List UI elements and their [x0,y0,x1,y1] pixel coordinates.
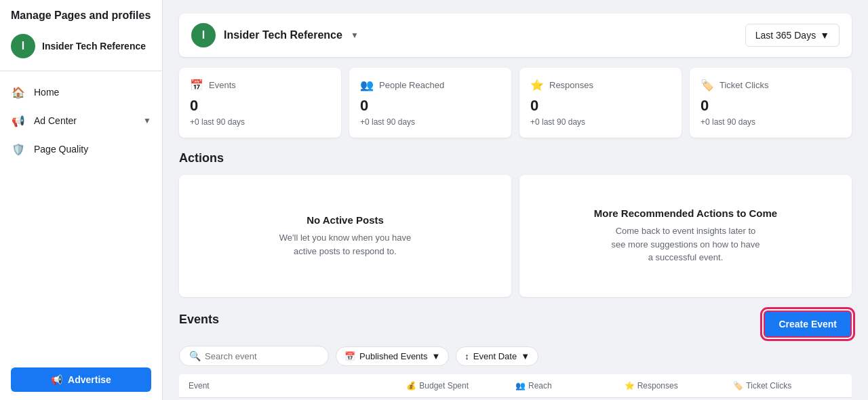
stat-card-people-reached: 👥 People Reached 0 +0 last 90 days [349,68,511,138]
action-card-desc: We'll let you know when you have active … [271,231,420,258]
stat-value: 0 [360,97,500,115]
event-date-icon: ↕ [465,351,469,361]
sidebar-item-ad-center[interactable]: 📢 Ad Center ▼ [0,106,162,135]
profile-name: Insider Tech Reference [42,41,146,52]
table-col-label: Event [189,381,210,391]
budget-spent-icon: 💰 [406,381,416,391]
table-header-ticket-clicks: 🏷️ Ticket Clicks [733,381,842,391]
action-card-title: More Recommended Actions to Come [594,207,777,219]
people-reached-icon: 👥 [360,79,374,92]
table-col-label: Ticket Clicks [746,381,791,391]
page-name-chevron-icon[interactable]: ▼ [351,31,359,40]
ticket-clicks-icon: 🏷️ [733,381,743,391]
table-col-label: Budget Spent [419,381,469,391]
stat-card-events: 📅 Events 0 +0 last 90 days [179,68,341,138]
table-header-responses: ⭐ Responses [625,381,734,391]
table-header-budget-spent: 💰 Budget Spent [406,381,515,391]
chevron-down-icon: ▼ [143,116,151,125]
filter-label: Published Events [359,351,427,361]
action-card-more-recommended: More Recommended Actions to Come Come ba… [519,175,852,297]
home-icon: 🏠 [11,85,26,100]
stat-value: 0 [701,97,841,115]
events-section: Events Create Event 🔍 📅 Published Events… [179,311,852,398]
sidebar: Manage Pages and profiles I Insider Tech… [0,0,163,400]
stat-change: +0 last 90 days [360,117,500,127]
actions-section: Actions No Active Posts We'll let you kn… [179,151,852,297]
page-quality-icon: 🛡️ [11,142,26,157]
date-filter-button[interactable]: Last 365 Days ▼ [745,24,840,47]
main-content: I Insider Tech Reference ▼ Last 365 Days… [163,0,868,400]
events-title: Events [179,313,219,327]
actions-title: Actions [179,151,852,165]
ticket-clicks-icon: 🏷️ [701,79,714,92]
stat-change: +0 last 90 days [530,117,671,127]
date-filter-chevron-icon: ▼ [820,30,829,41]
create-event-button[interactable]: Create Event [764,311,852,338]
search-input-wrap[interactable]: 🔍 [179,346,329,366]
sidebar-item-page-quality[interactable]: 🛡️ Page Quality [0,135,162,163]
create-event-label: Create Event [778,319,837,329]
advertise-button[interactable]: 📢 Advertise [11,367,151,392]
sidebar-divider [0,71,162,71]
page-title: Insider Tech Reference [224,29,342,41]
stat-change: +0 last 90 days [190,117,330,127]
sidebar-item-label: Ad Center [34,115,77,126]
filter-button-event-date[interactable]: ↕ Event Date ▼ [456,346,538,366]
page-header-left: I Insider Tech Reference ▼ [191,23,359,47]
advertise-icon: 📢 [51,374,62,385]
stat-change: +0 last 90 days [701,117,841,127]
table-col-label: Reach [528,381,552,391]
sidebar-item-label: Home [34,87,59,98]
stat-label: People Reached [379,80,444,90]
sidebar-title: Manage Pages and profiles [0,0,162,28]
events-filters: 🔍 📅 Published Events ▼ ↕ Event Date ▼ [179,346,852,366]
stat-value: 0 [190,97,330,115]
stat-label-row: 👥 People Reached [360,79,500,92]
search-input[interactable] [205,351,319,361]
sidebar-profile[interactable]: I Insider Tech Reference [0,28,162,64]
stat-label-row: 🏷️ Ticket Clicks [701,79,841,92]
events-icon: 📅 [190,79,203,92]
stat-label-row: 📅 Events [190,79,330,92]
sidebar-item-home[interactable]: 🏠 Home [0,78,162,106]
filter-label: Event Date [473,351,517,361]
advertise-label: Advertise [68,374,111,385]
stat-card-ticket-clicks: 🏷️ Ticket Clicks 0 +0 last 90 days [690,68,852,138]
sidebar-nav: 🏠 Home 📢 Ad Center ▼ 🛡️ Page Quality [0,78,162,359]
chevron-down-icon: ▼ [521,351,530,361]
sidebar-item-label: Page Quality [34,144,88,155]
action-card-title: No Active Posts [307,214,384,226]
stat-label: Responses [549,80,593,90]
table-header-reach: 👥 Reach [515,381,625,391]
action-card-desc: Come back to event insights later to see… [611,224,760,264]
avatar: I [11,34,35,58]
table-col-label: Responses [637,381,678,391]
filter-button-published-events[interactable]: 📅 Published Events ▼ [336,346,449,366]
actions-grid: No Active Posts We'll let you know when … [179,175,852,297]
action-card-no-active-posts: No Active Posts We'll let you know when … [179,175,511,297]
responses-icon: ⭐ [625,381,635,391]
stat-label-row: ⭐ Responses [530,79,671,92]
search-icon: 🔍 [189,351,201,361]
reach-icon: 👥 [515,381,526,391]
table-header-event: Event [189,381,406,391]
events-header: Events Create Event [179,311,852,338]
stats-grid: 📅 Events 0 +0 last 90 days 👥 People Reac… [179,68,852,138]
ad-center-icon: 📢 [11,113,26,128]
stat-value: 0 [530,97,671,115]
page-header: I Insider Tech Reference ▼ Last 365 Days… [179,14,852,57]
events-table-header: Event 💰 Budget Spent 👥 Reach ⭐ Responses… [179,374,852,398]
responses-icon: ⭐ [530,79,544,92]
published-events-icon: 📅 [344,351,355,361]
chevron-down-icon: ▼ [431,351,440,361]
page-avatar: I [191,23,216,47]
sidebar-footer: 📢 Advertise [0,359,162,400]
date-filter-label: Last 365 Days [755,30,816,41]
stat-label: Events [209,80,236,90]
stat-card-responses: ⭐ Responses 0 +0 last 90 days [519,68,682,138]
stat-label: Ticket Clicks [719,80,768,90]
